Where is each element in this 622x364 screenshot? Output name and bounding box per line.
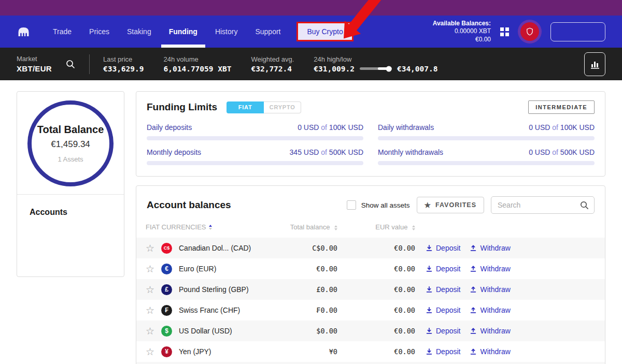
available-balances: Available Balances: 0.00000 XBT €0.00 [433, 20, 491, 44]
limit-progress-bar [147, 161, 363, 165]
header-fiat-currencies[interactable]: FIAT CURRENCIES [146, 223, 280, 231]
top-banner [0, 0, 622, 16]
nav-item-support[interactable]: Support [246, 16, 289, 48]
favorite-star-icon[interactable]: ☆ [146, 285, 161, 295]
withdraw-icon [470, 265, 477, 272]
accounts-heading: Accounts [17, 195, 124, 217]
limit-label: Monthly withdrawals [378, 148, 443, 156]
limit-label: Daily withdrawals [378, 123, 434, 132]
market-bar: Market XBT/EUR Last price €33,629.9 24h … [0, 48, 622, 80]
search-icon[interactable] [579, 200, 589, 210]
favorites-button[interactable]: ★ FAVORITES [417, 197, 484, 213]
buy-crypto-button[interactable]: Buy Crypto [296, 22, 353, 41]
favorite-star-icon[interactable]: ☆ [146, 347, 161, 357]
deposit-link[interactable]: Deposit [426, 265, 460, 273]
nav-item-staking[interactable]: Staking [118, 16, 160, 48]
currency-name: Canadian Dol... (CAD) [179, 244, 280, 252]
verification-tier-badge: INTERMEDIATE [528, 100, 595, 114]
currency-name: Euro (EUR) [179, 265, 280, 273]
kraken-logo[interactable] [17, 25, 31, 38]
header-total-balance[interactable]: Total balance [280, 223, 337, 231]
tab-crypto[interactable]: CRYPTO [264, 101, 301, 113]
total-balance-amount: €1,459.34 [51, 139, 90, 150]
favorite-star-icon[interactable]: ☆ [146, 326, 161, 336]
deposit-icon [426, 244, 433, 252]
deposit-link[interactable]: Deposit [426, 347, 460, 356]
nav-item-history[interactable]: History [206, 16, 247, 48]
currency-icon: C$ [161, 243, 172, 254]
eur-value: €0.00 [337, 306, 415, 314]
funding-limits-title: Funding Limits [147, 101, 217, 113]
withdraw-link[interactable]: Withdraw [470, 306, 510, 314]
favorite-star-icon[interactable]: ☆ [146, 264, 161, 274]
withdraw-link[interactable]: Withdraw [470, 327, 510, 335]
nav-items: TradePricesStakingFundingHistorySupport [44, 16, 289, 48]
stat-value: 6,014.77059 XBT [164, 65, 232, 73]
deposit-icon [426, 265, 433, 272]
stat-24h-volume: 24h volume 6,014.77059 XBT [164, 55, 232, 73]
withdraw-icon [470, 327, 477, 334]
high-value: €34,007.8 [397, 65, 438, 73]
sort-icon [209, 225, 212, 230]
withdraw-link[interactable]: Withdraw [470, 285, 510, 294]
limit-label: Monthly deposits [147, 148, 201, 156]
stat-label: 24h high/low [314, 55, 437, 63]
nav-item-trade[interactable]: Trade [44, 16, 80, 48]
market-pair-value: XBT/EUR [17, 64, 52, 73]
available-balance-xbt: 0.00000 XBT [433, 27, 491, 36]
favorite-star-icon[interactable]: ☆ [146, 243, 161, 253]
market-pair[interactable]: Market XBT/EUR [17, 55, 52, 73]
chart-toggle-button[interactable] [584, 52, 605, 76]
withdraw-link[interactable]: Withdraw [470, 244, 510, 252]
withdraw-link[interactable]: Withdraw [470, 347, 510, 356]
stat-value: €33,629.9 [103, 65, 144, 73]
currency-name: Pound Sterling (GBP) [179, 285, 280, 294]
limit-value: 0 USD of 500K USD [529, 148, 595, 156]
eur-value: €0.00 [337, 265, 415, 273]
show-all-assets-checkbox[interactable] [347, 200, 356, 210]
limit-daily-deposits: Daily deposits 0 USD of 100K USD [147, 123, 363, 140]
low-value: €31,009.2 [314, 65, 355, 73]
stat-last-price: Last price €33,629.9 [103, 55, 144, 73]
withdraw-link[interactable]: Withdraw [470, 265, 510, 273]
high-low-slider [360, 67, 392, 70]
nav-item-prices[interactable]: Prices [80, 16, 118, 48]
limit-monthly-withdrawals: Monthly withdrawals 0 USD of 500K USD [378, 148, 595, 165]
stat-value: €32,772.4 [251, 65, 294, 73]
tab-fiat[interactable]: FIAT [227, 101, 264, 113]
total-balance-value: €0.00 [280, 265, 337, 273]
security-shield-icon[interactable] [520, 22, 539, 41]
limit-daily-withdrawals: Daily withdrawals 0 USD of 100K USD [378, 123, 595, 140]
available-balances-label: Available Balances: [433, 20, 491, 28]
total-balance-card: Total Balance €1,459.34 1 Assets Account… [17, 91, 124, 277]
currency-rows: ☆ C$ Canadian Dol... (CAD) C$0.00 €0.00 … [136, 238, 605, 364]
header-eur-value[interactable]: EUR value [337, 223, 415, 231]
limit-value: 0 USD of 100K USD [298, 123, 363, 132]
favorite-star-icon[interactable]: ☆ [146, 305, 161, 315]
limit-progress-bar [378, 161, 595, 165]
table-row: ☆ ¥ Yen (JPY) ¥0 €0.00 Deposit Withdraw [136, 341, 605, 362]
stat-label: 24h volume [164, 55, 232, 63]
balance-circle: Total Balance €1,459.34 1 Assets [27, 100, 114, 186]
market-search-icon[interactable] [65, 59, 76, 69]
deposit-link[interactable]: Deposit [426, 285, 460, 294]
currency-icon: £ [161, 284, 172, 295]
apps-grid-icon[interactable] [500, 27, 509, 36]
table-row: ☆ C$ Canadian Dol... (CAD) C$0.00 €0.00 … [136, 238, 605, 258]
account-menu-button[interactable] [550, 22, 605, 41]
account-balances-title: Account balances [147, 199, 231, 211]
search-input[interactable] [491, 196, 595, 214]
table-row: ☆ € Euro (EUR) €0.00 €0.00 Deposit Withd… [136, 258, 605, 279]
table-row: ☆ ₣ Swiss Franc (CHF) ₣0.00 €0.00 Deposi… [136, 300, 605, 321]
currency-name: US Dollar (USD) [179, 327, 280, 335]
deposit-link[interactable]: Deposit [426, 327, 460, 335]
eur-value: €0.00 [337, 327, 415, 335]
nav-item-funding[interactable]: Funding [160, 16, 206, 48]
available-balance-eur: €0.00 [433, 36, 491, 44]
currency-icon: € [161, 264, 172, 274]
deposit-link[interactable]: Deposit [426, 244, 460, 252]
deposit-link[interactable]: Deposit [426, 306, 460, 314]
account-balances-card: Account balances Show all assets ★ FAVOR… [136, 185, 605, 364]
sort-icon [412, 225, 415, 230]
navbar-right: Available Balances: 0.00000 XBT €0.00 [433, 20, 605, 44]
